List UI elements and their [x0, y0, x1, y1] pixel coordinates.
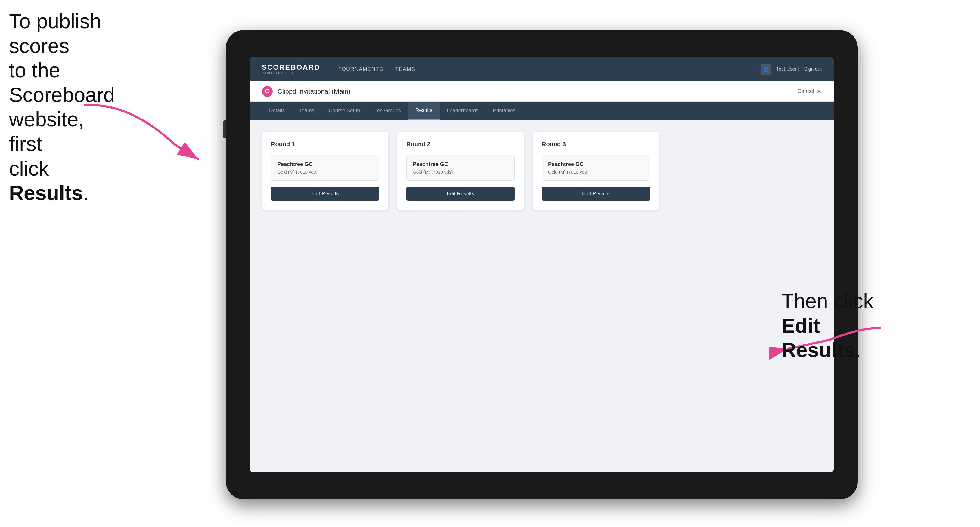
tablet-frame: SCOREBOARD Powered by clippd TOURNAMENTS… — [226, 30, 858, 499]
instruction-bottom-line2-suffix: . — [855, 338, 861, 361]
nav-items: TOURNAMENTS TEAMS — [338, 64, 760, 75]
round-2-course-card: Peachtree GC Gold (M) (7010 yds) — [406, 155, 515, 181]
logo-area: SCOREBOARD Powered by clippd — [262, 64, 320, 75]
instruction-line1: To publish scores — [9, 10, 101, 57]
cancel-x-icon: ✕ — [816, 88, 822, 95]
main-content: Round 1 Peachtree GC Gold (M) (7010 yds)… — [250, 120, 834, 472]
cancel-label: Cancel — [797, 88, 814, 94]
tab-leaderboards[interactable]: Leaderboards — [440, 102, 486, 120]
tournament-title: Clippd Invitational (Main) — [277, 87, 797, 95]
nav-tournaments[interactable]: TOURNAMENTS — [338, 64, 383, 75]
nav-right: 👤 Test User | Sign out — [760, 64, 822, 75]
tournament-icon: C — [262, 86, 273, 97]
instruction-line4-suffix: . — [83, 181, 89, 204]
user-icon: 👤 — [760, 64, 772, 75]
tablet-screen: SCOREBOARD Powered by clippd TOURNAMENTS… — [250, 57, 834, 472]
edit-results-button-round1[interactable]: Edit Results — [271, 187, 379, 201]
sub-nav: Details Teams Course Setup Tee Groups Re… — [250, 102, 834, 120]
instruction-line4-prefix: click — [9, 157, 49, 180]
rounds-grid: Round 1 Peachtree GC Gold (M) (7010 yds)… — [262, 132, 822, 210]
instruction-bottom-line2-bold: Edit Results — [781, 314, 855, 362]
round-2-course-details: Gold (M) (7010 yds) — [413, 169, 508, 175]
logo-powered: Powered by clippd — [262, 71, 320, 75]
round-2-course-name: Peachtree GC — [413, 161, 508, 168]
edit-results-button-round2[interactable]: Edit Results — [406, 187, 515, 201]
round-2-card: Round 2 Peachtree GC Gold (M) (7010 yds)… — [397, 132, 524, 210]
nav-teams[interactable]: TEAMS — [395, 64, 415, 75]
user-name: Test User | — [776, 67, 799, 72]
top-nav: SCOREBOARD Powered by clippd TOURNAMENTS… — [250, 57, 834, 81]
tab-printables[interactable]: Printables — [486, 102, 523, 120]
round-1-course-details: Gold (M) (7010 yds) — [277, 169, 373, 175]
round-1-title: Round 1 — [271, 141, 379, 148]
round-3-card: Round 3 Peachtree GC Gold (M) (7010 yds)… — [533, 132, 659, 210]
round-3-course-card: Peachtree GC Gold (M) (7010 yds) — [542, 155, 650, 181]
tab-course-setup[interactable]: Course Setup — [321, 102, 367, 120]
sign-out-link[interactable]: Sign out — [804, 67, 822, 72]
instruction-bottom-line1: Then click — [781, 289, 873, 312]
logo-text: SCOREBOARD — [262, 64, 320, 71]
round-3-title: Round 3 — [542, 141, 650, 148]
round-1-card: Round 1 Peachtree GC Gold (M) (7010 yds)… — [262, 132, 388, 210]
tab-details[interactable]: Details — [262, 102, 292, 120]
cancel-button[interactable]: Cancel ✕ — [797, 88, 822, 95]
tab-teams[interactable]: Teams — [292, 102, 321, 120]
tab-tee-groups[interactable]: Tee Groups — [367, 102, 408, 120]
round-2-title: Round 2 — [406, 141, 515, 148]
instruction-line3: website, first — [9, 108, 84, 155]
round-1-course-card: Peachtree GC Gold (M) (7010 yds) — [271, 155, 379, 181]
instruction-bottom: Then click Edit Results. — [781, 289, 878, 362]
round-1-course-name: Peachtree GC — [277, 161, 373, 168]
instruction-line4-bold: Results — [9, 181, 83, 204]
instruction-top: To publish scores to the Scoreboard webs… — [9, 9, 102, 205]
tournament-header: C Clippd Invitational (Main) Cancel ✕ — [250, 81, 834, 102]
tab-results[interactable]: Results — [408, 102, 440, 120]
round-3-course-name: Peachtree GC — [548, 161, 644, 168]
instruction-line2: to the Scoreboard — [9, 59, 115, 106]
edit-results-button-round3[interactable]: Edit Results — [542, 187, 650, 201]
round-3-course-details: Gold (M) (7010 yds) — [548, 169, 644, 175]
